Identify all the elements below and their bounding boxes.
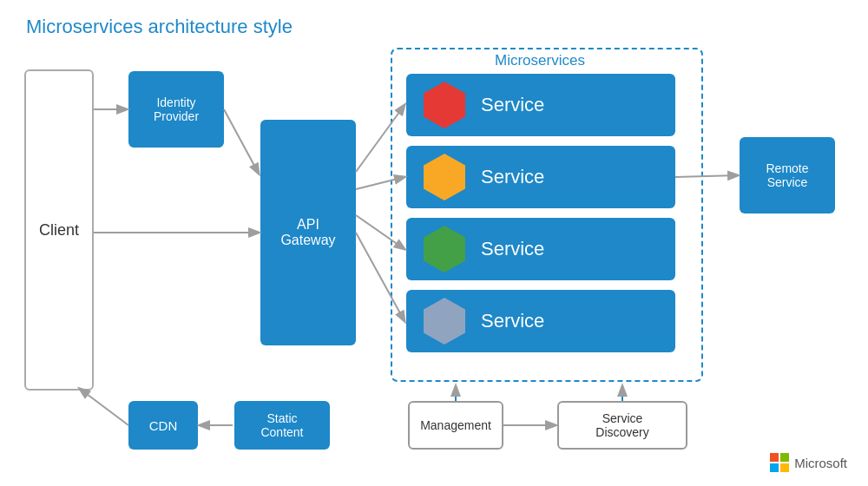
microsoft-logo: Microsoft [770,453,847,472]
identity-provider-box: IdentityProvider [128,71,224,148]
svg-line-1 [224,109,259,174]
microservices-title: Microservices [495,52,585,69]
ms-red-square [770,453,779,462]
ms-green-square [780,453,789,462]
static-content-box: StaticContent [234,401,330,450]
service-label-2: Service [481,166,544,188]
static-content-label: StaticContent [260,411,303,439]
ms-blue-square [770,463,779,472]
microsoft-text: Microsoft [794,456,847,470]
service-box-1: Service [406,74,675,136]
remote-service-label: RemoteService [766,161,808,189]
ms-yellow-square [780,463,789,472]
service-box-2: Service [406,146,675,208]
client-label: Client [39,221,79,240]
service-discovery-box: ServiceDiscovery [557,401,687,450]
service-discovery-label: ServiceDiscovery [595,411,648,439]
management-label: Management [420,418,491,432]
cdn-box: CDN [128,401,198,450]
ms-grid-icon [770,453,789,472]
hex-icon-blue [424,298,465,345]
svg-line-9 [80,389,128,425]
service-box-4: Service [406,290,675,352]
page-title: Microservices architecture style [26,16,293,38]
hex-icon-green [424,226,465,273]
remote-service-box: RemoteService [740,137,835,213]
service-label-3: Service [481,238,544,260]
service-label-4: Service [481,310,544,332]
identity-provider-label: IdentityProvider [154,95,199,123]
management-box: Management [408,401,503,450]
hex-icon-yellow [424,154,465,200]
api-gateway-label: APIGateway [280,217,335,248]
api-gateway-box: APIGateway [260,120,356,345]
service-label-1: Service [481,94,544,116]
client-box: Client [24,69,94,391]
hex-icon-red [424,82,465,128]
service-box-3: Service [406,218,675,280]
cdn-label: CDN [149,418,178,433]
